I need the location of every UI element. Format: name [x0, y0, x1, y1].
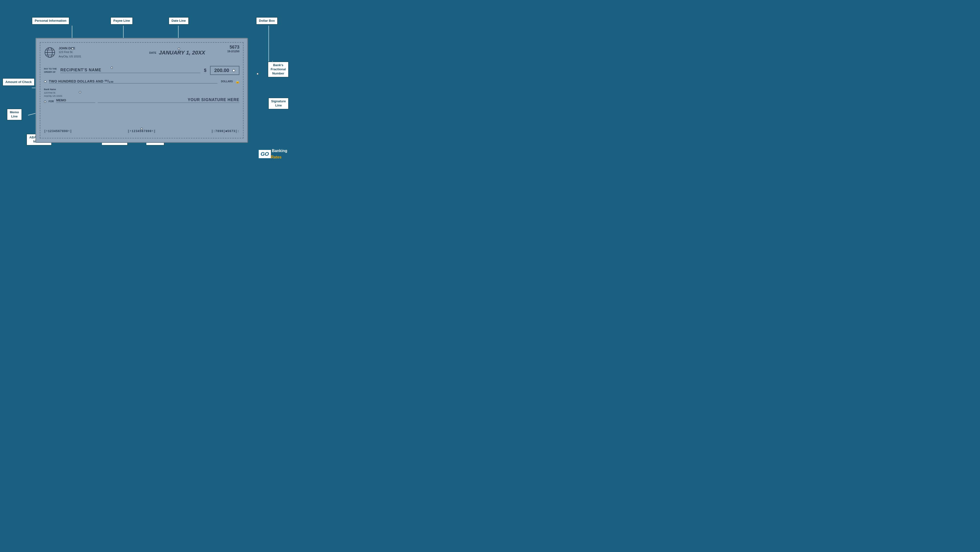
amount-box: 200.00	[210, 66, 239, 75]
written-amount: TWO HUNDRED DOLLARS AND ⁰⁰/₁₀₀	[49, 79, 217, 84]
date-dot	[178, 48, 180, 50]
pay-to-label: PAY TO THE ORDER OF	[44, 67, 57, 73]
micr-check-number: ║:7890║■5673║:	[211, 130, 239, 133]
personal-information-label: Personal Information	[32, 17, 69, 25]
dollars-label: DOLLARS	[221, 80, 233, 83]
banks-fractional-label: Bank's Fractional Number	[268, 62, 289, 78]
micr-routing: ║¹1234567890¹║	[44, 130, 72, 133]
date-section: DATE JANUARY 1, 20XX	[133, 49, 205, 56]
payee-line-label: Payee Line	[110, 17, 133, 25]
dollar-sign: $	[204, 68, 207, 73]
for-label: FOR	[49, 100, 54, 103]
written-amount-section: TWO HUNDRED DOLLARS AND ⁰⁰/₁₀₀ DOLLARS 🔒	[44, 79, 239, 84]
bank-name: Bank Name	[44, 88, 62, 91]
brand-rates: Rates	[271, 154, 288, 160]
amount-of-check-label: Amount of Check	[2, 78, 35, 86]
signature-text: YOUR SIGNATURE HERE	[98, 98, 239, 103]
owner-address1: 123 First St.	[59, 50, 81, 54]
micr-account: ║¹1234567890¹║	[128, 130, 156, 133]
bank-address1: 123 First St.	[44, 91, 62, 95]
personal-info-dot	[72, 48, 74, 50]
owner-name: JOHN DOE	[59, 46, 81, 50]
owner-address2: AnyCity, US 10101	[59, 54, 81, 59]
memo-signature-section: FOR MEMO YOUR SIGNATURE HERE	[44, 98, 239, 103]
personal-info-section: JOHN DOE 123 First St. AnyCity, US 10101	[44, 46, 81, 59]
micr-section: ║¹1234567890¹║ ║¹1234567890¹║ ║:7890║■56…	[44, 130, 239, 133]
check-number-value: 5673	[227, 45, 239, 50]
recipient-name: RECIPIENT'S NAME	[60, 68, 200, 73]
branding: GO Banking Rates	[259, 148, 288, 160]
amount-value: 200.00	[214, 68, 229, 73]
lock-icon: 🔒	[235, 79, 239, 84]
brand-go: GO	[259, 150, 271, 158]
fractional-number: 19-2/1250	[227, 50, 239, 53]
brand-banking: Banking	[271, 148, 288, 154]
bank-address2: AnyCity, US 10101	[44, 95, 62, 98]
globe-icon	[44, 47, 56, 58]
memo-value: MEMO	[56, 98, 95, 103]
bank-info-section: Bank Name 123 First St. AnyCity, US 1010…	[44, 88, 62, 98]
date-line-label: Date Line	[169, 17, 189, 25]
dollar-box-dot	[256, 73, 259, 75]
signature-line-label: SignatureLine	[268, 98, 289, 109]
dollar-box-label: Dollar Box	[256, 17, 278, 25]
memo-line-label: MemoLine	[7, 109, 22, 121]
check-number-area: 5673 19-2/1250	[227, 45, 239, 53]
check: 5673 19-2/1250 JOHN DOE 123 First St. An…	[35, 38, 248, 143]
payee-dot	[111, 67, 113, 69]
payee-section: PAY TO THE ORDER OF RECIPIENT'S NAME $ 2…	[44, 66, 239, 75]
date-value: JANUARY 1, 20XX	[159, 49, 205, 56]
date-label: DATE	[149, 51, 156, 54]
bank-info-dot	[79, 91, 81, 93]
